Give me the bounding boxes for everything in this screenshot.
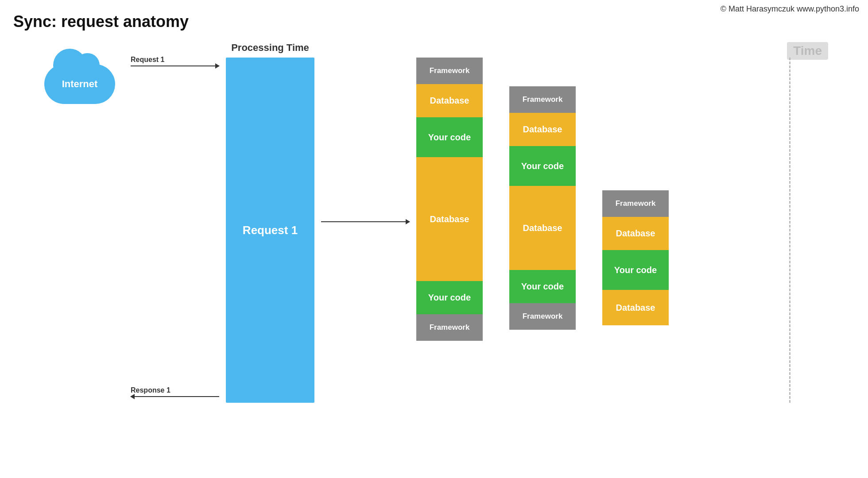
stack-segment-yourcode: Your code <box>416 117 483 157</box>
response1-arrow: Response 1 <box>131 396 219 397</box>
request1-arrow: Request 1 <box>131 66 219 66</box>
request1-block-label: Request 1 <box>243 224 298 237</box>
request1-block: Request 1 <box>226 58 314 403</box>
stack-segment-database: Database <box>416 157 483 281</box>
stack-segment-database: Database <box>416 84 483 117</box>
cloud-label: Internet <box>62 78 98 90</box>
stack3: FrameworkDatabaseYour codeDatabase <box>602 190 669 325</box>
stack-segment-yourcode: Your code <box>509 146 576 186</box>
mid-arrow-line <box>321 221 410 222</box>
response1-label: Response 1 <box>131 386 170 394</box>
request1-arrow-line: Request 1 <box>131 66 219 66</box>
cloud-shape: Internet <box>44 64 115 104</box>
stack-segment-framework: Framework <box>416 58 483 84</box>
stack-segment-yourcode: Your code <box>416 281 483 314</box>
stack-segment-database: Database <box>602 290 669 325</box>
time-line <box>789 58 790 403</box>
stack-segment-framework: Framework <box>509 303 576 330</box>
page-title: Sync: request anatomy <box>13 12 189 31</box>
copyright-text: © Matt Harasymczuk www.python3.info <box>721 4 859 14</box>
mid-arrow <box>321 221 410 222</box>
stack-segment-framework: Framework <box>416 314 483 341</box>
stack-segment-framework: Framework <box>602 190 669 217</box>
time-label: Time <box>787 42 828 60</box>
stack-segment-yourcode: Your code <box>509 270 576 303</box>
stack2: FrameworkDatabaseYour codeDatabaseYour c… <box>509 86 576 330</box>
internet-cloud: Internet <box>35 53 124 115</box>
stack-segment-database: Database <box>509 186 576 270</box>
stack-segment-framework: Framework <box>509 86 576 113</box>
stack1: FrameworkDatabaseYour codeDatabaseYour c… <box>416 58 483 341</box>
processing-time-label: Processing Time <box>226 42 314 54</box>
stack-segment-database: Database <box>509 113 576 146</box>
response1-arrow-line: Response 1 <box>131 396 219 397</box>
stack-segment-yourcode: Your code <box>602 250 669 290</box>
request1-label: Request 1 <box>131 56 164 64</box>
stack-segment-database: Database <box>602 217 669 250</box>
